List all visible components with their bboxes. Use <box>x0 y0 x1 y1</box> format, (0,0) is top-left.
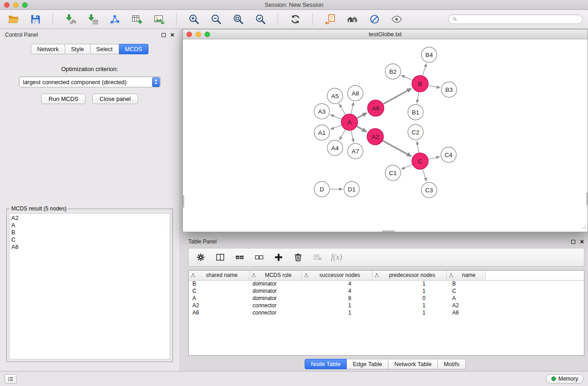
network-zoom-button[interactable] <box>205 32 210 37</box>
network-node-B[interactable]: B <box>412 76 428 92</box>
result-item-a2[interactable]: A2 <box>11 214 168 222</box>
network-node-B3[interactable]: B3 <box>441 82 457 97</box>
zoom-selected-icon[interactable] <box>253 12 268 27</box>
close-window-button[interactable] <box>4 2 10 8</box>
edge-B-B3[interactable] <box>429 86 441 89</box>
result-item-a[interactable]: A <box>11 222 168 229</box>
vertical-scrollbar-right[interactable] <box>586 192 588 205</box>
trash-icon[interactable] <box>292 252 304 263</box>
network-node-D1[interactable]: D1 <box>344 181 359 197</box>
column-header-successor-nodes[interactable]: successor nodes <box>301 271 372 280</box>
close-panel-button[interactable]: Close panel <box>92 94 138 104</box>
open-file-icon[interactable] <box>5 12 21 27</box>
select-all-icon[interactable] <box>234 252 245 263</box>
network-node-A1[interactable]: A1 <box>314 125 330 140</box>
criterion-dropdown[interactable]: largest connected component (directed) <box>19 76 161 87</box>
float-panel-icon[interactable] <box>162 33 166 37</box>
tab-mcds[interactable]: MCDS <box>119 44 148 54</box>
network-node-A4[interactable]: A4 <box>327 140 343 156</box>
zoom-fit-icon[interactable] <box>230 12 246 27</box>
edge-A-A2[interactable] <box>357 126 368 132</box>
network-node-A[interactable]: A <box>341 114 358 130</box>
network-node-B1[interactable]: B1 <box>408 105 423 120</box>
result-item-c[interactable]: C <box>11 236 168 243</box>
network-node-C4[interactable]: C4 <box>441 147 456 162</box>
edge-B-B4[interactable] <box>423 63 427 76</box>
export-image-icon[interactable] <box>151 12 167 27</box>
network-node-B4[interactable]: B4 <box>421 47 437 62</box>
network-node-C2[interactable]: C2 <box>408 124 423 140</box>
tab-node-table[interactable]: Node Table <box>305 359 347 369</box>
network-node-A8[interactable]: A8 <box>348 86 363 101</box>
save-session-icon[interactable] <box>28 12 43 27</box>
result-item-b[interactable]: B <box>11 229 168 236</box>
import-network-icon[interactable] <box>62 12 78 27</box>
edge-C-C1[interactable] <box>401 165 412 170</box>
zoom-in-icon[interactable] <box>186 12 201 27</box>
edge-D-D1[interactable] <box>330 188 343 191</box>
gear-icon[interactable] <box>195 252 206 263</box>
run-mcds-button[interactable]: Run MCDS <box>41 94 86 104</box>
edge-C-C2[interactable] <box>416 141 419 152</box>
edge-A-A4[interactable] <box>339 130 345 141</box>
network-canvas[interactable]: B4B2BB3A5A8A6A3B1AC2A1A2A4A7C4CC1C3DD1 <box>183 39 588 232</box>
network-node-C[interactable]: C <box>412 153 428 169</box>
unselect-all-icon[interactable] <box>253 252 265 263</box>
tab-select[interactable]: Select <box>91 44 119 54</box>
column-header-mcds-role[interactable]: MCDS role <box>249 271 301 280</box>
tab-motifs[interactable]: Motifs <box>438 359 466 369</box>
column-header-predecessor-nodes[interactable]: predecessor nodes <box>372 271 446 280</box>
new-network-icon[interactable] <box>107 12 122 27</box>
table-row[interactable]: A2connector11A2 <box>189 302 584 309</box>
tab-network-table[interactable]: Network Table <box>388 359 438 369</box>
tab-edge-table[interactable]: Edge Table <box>347 359 388 369</box>
column-header-shared-name[interactable]: shared name <box>189 271 249 280</box>
refresh-network-icon[interactable] <box>287 12 303 27</box>
network-node-C1[interactable]: C1 <box>385 165 401 181</box>
edge-A-A7[interactable] <box>351 131 354 143</box>
table-row[interactable]: Bdominator41B <box>189 280 584 287</box>
column-header-name[interactable]: name <box>446 271 485 280</box>
result-item-a6[interactable]: A6 <box>11 243 168 251</box>
vertical-scrollbar-left[interactable] <box>183 195 184 208</box>
edge-C-C3[interactable] <box>423 169 427 182</box>
horizontal-scrollbar[interactable] <box>382 230 395 232</box>
network-window[interactable]: testGlobe.txt B4B2BB3A5A8A6A3B1AC2A1A2A4… <box>182 29 588 232</box>
search-input[interactable] <box>460 16 578 23</box>
home-icon[interactable] <box>344 12 360 27</box>
edge-A-A8[interactable] <box>351 102 354 114</box>
network-minimize-button[interactable] <box>196 32 201 37</box>
edge-B-B1[interactable] <box>416 92 419 104</box>
network-node-D[interactable]: D <box>314 181 330 197</box>
table-row[interactable]: Cdominator41C <box>189 287 584 295</box>
add-icon[interactable] <box>272 252 284 263</box>
task-history-button[interactable] <box>5 374 17 384</box>
tab-style[interactable]: Style <box>65 44 91 54</box>
zoom-out-icon[interactable] <box>208 12 224 27</box>
tab-network[interactable]: Network <box>31 44 65 54</box>
edge-C-C4[interactable] <box>429 156 440 159</box>
edge-A-A6[interactable] <box>357 112 368 118</box>
new-table-icon[interactable] <box>129 12 144 27</box>
network-node-B2[interactable]: B2 <box>385 64 401 79</box>
minimize-window-button[interactable] <box>13 2 19 8</box>
network-node-A7[interactable]: A7 <box>348 143 363 159</box>
edge-A2-C[interactable] <box>383 141 412 157</box>
network-node-C3[interactable]: C3 <box>421 182 437 198</box>
edge-A-A1[interactable] <box>330 125 341 130</box>
function-builder-icon[interactable]: f(x) <box>331 253 342 262</box>
columns-icon[interactable] <box>214 252 226 263</box>
show-hide-icon[interactable] <box>389 12 404 27</box>
toggle-graphics-details-icon[interactable] <box>367 12 382 27</box>
close-table-panel-icon[interactable]: × <box>580 239 584 244</box>
table-row[interactable]: Adominator80A <box>189 295 584 302</box>
table-row[interactable]: A6connector11A6 <box>189 309 584 316</box>
float-table-panel-icon[interactable] <box>571 240 575 244</box>
edge-B-B2[interactable] <box>401 75 412 80</box>
edge-A-A3[interactable] <box>330 114 342 119</box>
import-table-icon[interactable] <box>85 12 100 27</box>
open-session-icon[interactable] <box>322 12 338 27</box>
edge-A6-B[interactable] <box>383 88 412 104</box>
search-box[interactable] <box>448 14 583 24</box>
network-close-button[interactable] <box>186 32 192 37</box>
